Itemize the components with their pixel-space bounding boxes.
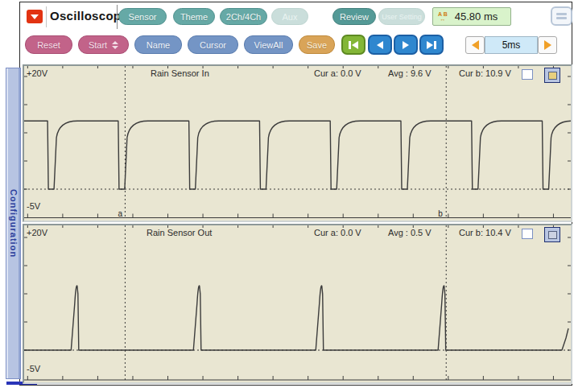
cursor-b-readout: Cur b: 10.4 V <box>459 228 511 237</box>
channel-1-waveform-area[interactable]: ab <box>24 66 571 221</box>
channel-title: Rain Sensor Out <box>147 228 212 237</box>
bottom-scale-label: -5V <box>27 201 40 211</box>
svg-text:b: b <box>438 209 443 218</box>
up-down-spinner-icon[interactable] <box>112 41 118 49</box>
skip-to-start-button[interactable] <box>341 35 365 55</box>
bottom-scale-label: -5V <box>27 364 40 373</box>
oscilloscope-app: Oscilloscope Sensor Theme 2Ch/4Ch Aux Re… <box>0 0 574 392</box>
aux-button[interactable]: Aux <box>271 8 308 25</box>
channel-2-waveform-area[interactable] <box>24 225 571 382</box>
start-button[interactable]: Start <box>78 35 129 54</box>
tab-configuration-label: Configuration <box>9 189 19 258</box>
channel-1-select-checkbox[interactable] <box>544 68 560 83</box>
channel-2-select-state <box>548 231 557 239</box>
channel-1-visibility-checkbox[interactable] <box>522 69 533 80</box>
timebase-decrease-button[interactable] <box>465 36 485 54</box>
channel-1-panel: ab +20V Rain Sensor In Cur a: 0.0 V Avg … <box>23 64 572 222</box>
right-arrow-icon <box>544 40 551 50</box>
skip-to-end-button[interactable] <box>419 35 444 55</box>
avg-readout: Avg : 0.5 V <box>388 228 432 237</box>
left-arrow-icon <box>472 40 479 50</box>
channel-1-select-state <box>548 72 557 80</box>
cursor-button[interactable]: Cursor <box>188 35 238 54</box>
timebase-increase-button[interactable] <box>538 36 557 54</box>
step-back-button[interactable] <box>368 35 392 55</box>
skip-to-end-icon <box>427 41 433 49</box>
channel-title: Rain Sensor In <box>151 68 209 78</box>
print-button[interactable] <box>551 6 572 26</box>
theme-button[interactable]: Theme <box>173 8 215 25</box>
user-setting-button[interactable]: User Setting <box>378 8 425 25</box>
dropdown-arrow-icon <box>31 14 39 19</box>
app-menu-button[interactable] <box>27 10 43 23</box>
skip-to-start-icon <box>349 41 351 49</box>
start-button-label: Start <box>89 40 107 50</box>
a-b-interval-icon: A B ↔ <box>438 12 448 22</box>
sensor-button[interactable]: Sensor <box>118 8 167 25</box>
cursor-a-readout: Cur a: 0.0 V <box>314 228 361 237</box>
reset-button[interactable]: Reset <box>25 35 72 54</box>
printer-icon <box>556 17 567 19</box>
channel-2-visibility-checkbox[interactable] <box>522 229 533 239</box>
printer-icon <box>556 13 567 15</box>
channel-2-panel: +20V Rain Sensor Out Cur a: 0.0 V Avg : … <box>23 224 572 384</box>
step-forward-button[interactable] <box>394 35 418 55</box>
step-forward-icon <box>403 41 409 49</box>
cursor-interval-display: A B ↔ 45.80 ms <box>432 7 511 26</box>
channel-2-select-checkbox[interactable] <box>544 227 560 242</box>
name-button[interactable]: Name <box>134 35 182 54</box>
channel-mode-button[interactable]: 2Ch/4Ch <box>220 8 267 25</box>
top-scale-label: +20V <box>27 228 47 237</box>
cursor-b-readout: Cur b: 10.9 V <box>459 68 511 78</box>
save-button[interactable]: Save <box>299 35 335 54</box>
separator <box>46 6 47 27</box>
timebase-display[interactable]: 5ms <box>485 36 538 54</box>
top-scale-label: +20V <box>27 68 47 78</box>
svg-text:a: a <box>118 209 122 218</box>
review-button[interactable]: Review <box>332 8 376 25</box>
interval-value: 45.80 ms <box>455 10 498 23</box>
avg-readout: Avg : 9.6 V <box>388 68 432 78</box>
viewall-button[interactable]: ViewAll <box>244 35 293 54</box>
step-back-icon <box>377 41 383 49</box>
separator <box>117 5 118 29</box>
tab-configuration[interactable]: Configuration <box>6 68 21 379</box>
cursor-a-readout: Cur a: 0.0 V <box>314 68 361 78</box>
